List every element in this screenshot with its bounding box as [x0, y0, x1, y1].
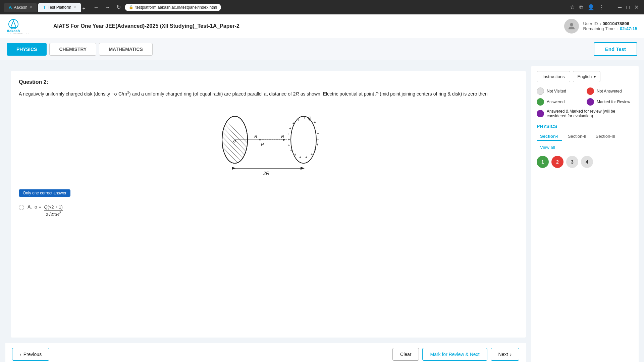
tab-aakash[interactable]: A Aakash ✕ — [4, 3, 37, 12]
section-tab-3[interactable]: Section-III — [592, 132, 619, 141]
not-visited-dot — [537, 87, 544, 95]
action-buttons: Clear Mark for Review & Next Next › — [392, 348, 519, 361]
reload-button[interactable]: ↻ — [114, 3, 123, 11]
svg-text:+: + — [289, 126, 291, 130]
section-tab-2[interactable]: Section-II — [565, 132, 590, 141]
not-answered-dot — [587, 87, 594, 95]
question-panel: Question 2: A negatively uniformly charg… — [11, 71, 526, 338]
app-title: AIATS For One Year JEE(Advanced)-2025 (X… — [53, 23, 239, 29]
question-number-grid: 1 2 3 4 — [537, 156, 633, 168]
logo-section: Aakash Medical|IIT-JEE|Foundations AIATS… — [7, 18, 239, 35]
question-num-2[interactable]: 2 — [551, 156, 564, 168]
avatar — [564, 19, 579, 34]
question-text: A negatively uniformly charged disk (den… — [19, 89, 518, 98]
menu-button[interactable]: ⋮ — [598, 4, 606, 10]
answered-dot — [537, 98, 544, 106]
svg-text:P: P — [261, 142, 264, 147]
logo-divider — [45, 18, 45, 35]
star-button[interactable]: ☆ — [569, 4, 576, 10]
status-legend: Not Visited Not Answered Answered Marked… — [537, 87, 633, 118]
user-info: User ID : 00010478896 Remaining Time : 0… — [564, 19, 637, 34]
tab-physics[interactable]: PHYSICS — [7, 43, 47, 56]
svg-text:+: + — [309, 117, 311, 121]
svg-text:Aakash: Aakash — [7, 29, 20, 33]
question-num-3[interactable]: 3 — [566, 156, 578, 168]
section-view-all[interactable]: View all — [537, 143, 558, 152]
previous-button[interactable]: ‹ Previous — [12, 348, 49, 361]
chevron-down-icon: ▾ — [594, 74, 596, 79]
svg-text:R: R — [281, 134, 284, 139]
option-a-row: A. σ = Q(√2 + 1) 2√2πR2 — [19, 204, 518, 217]
svg-text:+: + — [317, 131, 319, 135]
tab-chemistry[interactable]: CHEMISTRY — [49, 43, 96, 56]
logo-box: Aakash Medical|IIT-JEE|Foundations — [7, 18, 37, 34]
marked-review-dot — [587, 98, 594, 106]
language-selector[interactable]: English ▾ — [573, 71, 600, 82]
forward-button[interactable]: → — [103, 4, 112, 11]
question-num-4[interactable]: 4 — [581, 156, 593, 168]
extensions-button[interactable]: ⧉ — [578, 4, 584, 10]
svg-text:+: + — [294, 153, 296, 157]
svg-text:R: R — [254, 134, 257, 139]
svg-text:+: + — [314, 147, 316, 152]
lock-icon: 🔒 — [129, 5, 133, 9]
legend-not-answered: Not Answered — [587, 87, 633, 95]
question-area: Question 2: A negatively uniformly charg… — [5, 66, 526, 362]
legend-answered: Answered — [537, 98, 583, 106]
end-test-button[interactable]: End Test — [594, 42, 637, 56]
app-header: Aakash Medical|IIT-JEE|Foundations AIATS… — [0, 14, 644, 38]
new-tab-button[interactable]: + — [82, 6, 85, 12]
svg-text:+: + — [288, 132, 290, 136]
tab-close-aakash[interactable]: ✕ — [29, 5, 32, 9]
physics-section-label: PHYSICS — [537, 124, 633, 129]
tab-test-platform[interactable]: T Test Platform ✕ — [38, 3, 81, 12]
instructions-button[interactable]: Instructions — [537, 71, 570, 82]
svg-text:+: + — [290, 148, 292, 152]
legend-not-visited: Not Visited — [537, 87, 583, 95]
question-diagram: −σ R R P Q + — [19, 103, 518, 180]
chevron-right-icon: › — [510, 352, 512, 357]
bottom-navigation: ‹ Previous Clear Mark for Review & Next … — [5, 343, 526, 362]
svg-text:+: + — [314, 120, 316, 124]
close-window-button[interactable]: ✕ — [633, 4, 640, 10]
svg-marker-1 — [11, 21, 16, 27]
answered-marked-dot — [537, 110, 544, 117]
svg-text:+: + — [305, 155, 307, 159]
section-tab-1[interactable]: Section-I — [537, 132, 562, 141]
remaining-time-label: Remaining Time — [583, 26, 614, 31]
user-id-label: User ID — [583, 21, 598, 26]
tab-mathematics[interactable]: MATHEMATICS — [99, 43, 152, 56]
svg-text:+: + — [311, 152, 313, 156]
clear-button[interactable]: Clear — [392, 348, 419, 361]
maximize-button[interactable]: □ — [625, 4, 631, 10]
subject-tab-list: PHYSICS CHEMISTRY MATHEMATICS — [7, 43, 153, 56]
back-button[interactable]: ← — [92, 4, 101, 11]
answer-type-badge: Only one correct answer — [19, 189, 70, 197]
svg-text:+: + — [304, 116, 306, 120]
option-a-label: A. σ = Q(√2 + 1) 2√2πR2 — [28, 204, 63, 217]
svg-text:+: + — [299, 155, 301, 159]
option-a-radio[interactable] — [19, 205, 24, 210]
question-num-1[interactable]: 1 — [537, 156, 549, 168]
legend-answered-marked: Answered & Marked for review (will be co… — [537, 109, 633, 118]
minimize-button[interactable]: ─ — [616, 4, 623, 10]
main-layout: Question 2: A negatively uniformly charg… — [0, 60, 644, 362]
profile-button[interactable]: 👤 — [586, 4, 596, 10]
question-number: Question 2: — [19, 79, 518, 85]
svg-text:Medical|IIT-JEE|Foundations: Medical|IIT-JEE|Foundations — [7, 33, 33, 34]
right-sidebar: Instructions English ▾ Not Visited Not A… — [531, 66, 639, 362]
user-id-value: : 00010478896 — [600, 21, 629, 26]
address-bar[interactable]: 🔒 testplatform.aakash.ac.in/testpanel/in… — [125, 4, 221, 11]
time-separator: : — [616, 26, 618, 31]
section-tabs: Section-I Section-II Section-III View al… — [537, 132, 633, 152]
chevron-left-icon: ‹ — [20, 352, 21, 357]
mark-for-review-button[interactable]: Mark for Review & Next — [422, 348, 487, 361]
remaining-time-value: 02:47:15 — [620, 26, 637, 31]
svg-text:+: + — [288, 143, 290, 147]
svg-text:+: + — [316, 126, 318, 130]
next-button[interactable]: Next › — [491, 348, 519, 361]
svg-point-4 — [570, 23, 573, 26]
address-text: testplatform.aakash.ac.in/testpanel/inde… — [136, 5, 217, 10]
svg-text:−σ: −σ — [231, 138, 236, 143]
tab-close-test-platform[interactable]: ✕ — [73, 5, 76, 9]
